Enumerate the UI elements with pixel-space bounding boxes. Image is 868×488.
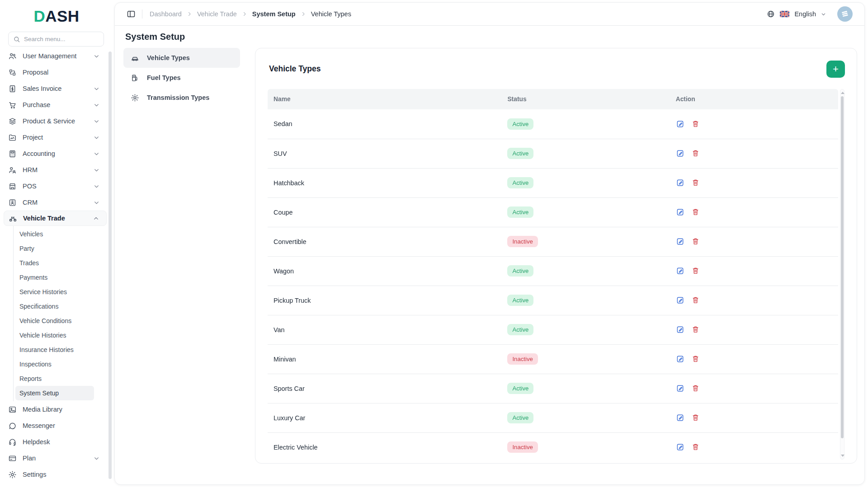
sidebar-subitem-party[interactable]: Party bbox=[15, 241, 94, 256]
topbar-right: English bbox=[767, 6, 853, 22]
sidebar-subitem-system-setup[interactable]: System Setup bbox=[15, 386, 94, 400]
breadcrumb-separator-icon bbox=[301, 11, 306, 17]
breadcrumb-item-dashboard[interactable]: Dashboard bbox=[150, 10, 182, 18]
setup-menu-item-vehicle-types[interactable]: Vehicle Types bbox=[123, 48, 240, 68]
sidebar-item-plan[interactable]: Plan bbox=[0, 450, 110, 466]
sidebar-item-messenger[interactable]: Messenger bbox=[0, 418, 110, 434]
delete-button[interactable] bbox=[692, 443, 699, 451]
delete-button[interactable] bbox=[692, 237, 699, 246]
sidebar-item-media-library[interactable]: Media Library bbox=[0, 401, 110, 418]
delete-button[interactable] bbox=[692, 296, 699, 305]
status-badge: Active bbox=[507, 148, 533, 159]
table-scrollbar[interactable] bbox=[840, 89, 844, 460]
sidebar-item-product-service[interactable]: Product & Service bbox=[0, 113, 110, 129]
sidebar-item-label: User Management bbox=[23, 52, 88, 60]
sidebar-subitem-reports[interactable]: Reports bbox=[15, 371, 94, 386]
table-row-wagon: WagonActive bbox=[268, 256, 838, 286]
search-input[interactable] bbox=[24, 36, 99, 42]
sidebar-item-accounting[interactable]: Accounting bbox=[0, 145, 110, 162]
sidebar-item-hrm[interactable]: HRM bbox=[0, 162, 110, 178]
language-selector[interactable]: English bbox=[794, 10, 816, 18]
sidebar-submenu-vehicle-trade: VehiclesPartyTradesPaymentsService Histo… bbox=[13, 226, 110, 401]
edit-button[interactable] bbox=[676, 120, 684, 128]
breadcrumb-item-system-setup[interactable]: System Setup bbox=[252, 10, 296, 18]
trash-icon bbox=[692, 178, 699, 187]
invoice-icon bbox=[8, 84, 17, 93]
sidebar-subitem-payments[interactable]: Payments bbox=[15, 270, 94, 285]
sidebar-item-project[interactable]: Project bbox=[0, 129, 110, 145]
sidebar-item-sales-invoice[interactable]: Sales Invoice bbox=[0, 80, 110, 97]
chevron-down-icon bbox=[94, 102, 99, 108]
sidebar-subitem-trades[interactable]: Trades bbox=[15, 256, 94, 270]
globe-icon[interactable] bbox=[767, 10, 775, 18]
edit-button[interactable] bbox=[676, 355, 684, 363]
sidebar-item-crm[interactable]: CRM bbox=[0, 194, 110, 211]
sidebar-item-user-management[interactable]: User Management bbox=[0, 48, 110, 64]
delete-button[interactable] bbox=[692, 384, 699, 393]
breadcrumb-separator-icon bbox=[187, 11, 192, 17]
vehicle-type-name: Electric Vehicle bbox=[268, 432, 501, 462]
setup-menu-item-transmission-types[interactable]: Transmission Types bbox=[123, 88, 240, 108]
chevron-down-icon bbox=[94, 200, 99, 206]
setup-menu-item-fuel-types[interactable]: Fuel Types bbox=[123, 68, 240, 88]
edit-button[interactable] bbox=[676, 178, 684, 187]
chevron-down-icon bbox=[94, 183, 99, 189]
setup-menu: Vehicle TypesFuel TypesTransmission Type… bbox=[123, 48, 240, 108]
chevron-down-icon[interactable] bbox=[821, 12, 826, 17]
delete-button[interactable] bbox=[692, 413, 699, 422]
edit-icon bbox=[676, 443, 684, 451]
edit-button[interactable] bbox=[676, 443, 684, 451]
app-logo[interactable]: DASH bbox=[0, 0, 113, 25]
folder-icon bbox=[8, 133, 17, 142]
sidebar-scrollbar[interactable] bbox=[108, 50, 112, 482]
delete-button[interactable] bbox=[692, 325, 699, 334]
edit-button[interactable] bbox=[676, 149, 684, 158]
sidebar-toggle-icon[interactable] bbox=[127, 9, 136, 19]
fuel-icon bbox=[131, 74, 139, 82]
chevron-down-icon bbox=[94, 118, 99, 124]
delete-button[interactable] bbox=[692, 178, 699, 187]
status-badge: Active bbox=[507, 383, 533, 394]
delete-button[interactable] bbox=[692, 120, 699, 128]
delete-button[interactable] bbox=[692, 149, 699, 158]
sidebar-subitem-service-histories[interactable]: Service Histories bbox=[15, 285, 94, 299]
status-badge: Active bbox=[507, 177, 533, 188]
sidebar-subitem-insurance-histories[interactable]: Insurance Histories bbox=[15, 343, 94, 357]
scroll-down-arrow[interactable] bbox=[841, 455, 844, 457]
trash-icon bbox=[692, 237, 699, 246]
delete-button[interactable] bbox=[692, 267, 699, 275]
sidebar-item-helpdesk[interactable]: Helpdesk bbox=[0, 434, 110, 450]
status-badge: Inactive bbox=[507, 441, 538, 453]
sidebar-item-label: Accounting bbox=[23, 150, 88, 157]
edit-button[interactable] bbox=[676, 384, 684, 393]
edit-button[interactable] bbox=[676, 267, 684, 275]
scroll-up-arrow[interactable] bbox=[841, 92, 844, 94]
breadcrumb-item-vehicle-trade[interactable]: Vehicle Trade bbox=[197, 10, 237, 18]
delete-button[interactable] bbox=[692, 208, 699, 216]
delete-button[interactable] bbox=[692, 355, 699, 363]
id-card-icon bbox=[8, 198, 17, 207]
sidebar-item-settings[interactable]: Settings bbox=[0, 466, 110, 483]
edit-icon bbox=[676, 267, 684, 275]
chat-icon bbox=[8, 422, 17, 430]
edit-button[interactable] bbox=[676, 237, 684, 246]
table-row-sedan: SedanActive bbox=[268, 109, 838, 139]
sidebar-subitem-vehicle-histories[interactable]: Vehicle Histories bbox=[15, 328, 94, 343]
scrollbar-thumb[interactable] bbox=[841, 96, 844, 438]
sidebar-subitem-inspections[interactable]: Inspections bbox=[15, 357, 94, 371]
sidebar-item-vehicle-trade[interactable]: Vehicle Trade bbox=[4, 211, 107, 226]
table-row-sports-car: Sports CarActive bbox=[268, 374, 838, 403]
edit-button[interactable] bbox=[676, 325, 684, 334]
sidebar-item-pos[interactable]: POS bbox=[0, 178, 110, 194]
sidebar-item-proposal[interactable]: Proposal bbox=[0, 64, 110, 80]
edit-button[interactable] bbox=[676, 208, 684, 216]
sidebar-subitem-specifications[interactable]: Specifications bbox=[15, 299, 94, 314]
sidebar-subitem-vehicle-conditions[interactable]: Vehicle Conditions bbox=[15, 314, 94, 328]
cart-icon bbox=[8, 101, 17, 109]
edit-button[interactable] bbox=[676, 413, 684, 422]
add-vehicle-type-button[interactable]: + bbox=[826, 61, 845, 78]
sidebar-subitem-vehicles[interactable]: Vehicles bbox=[15, 227, 94, 241]
edit-button[interactable] bbox=[676, 296, 684, 305]
avatar[interactable] bbox=[837, 6, 853, 22]
sidebar-item-purchase[interactable]: Purchase bbox=[0, 97, 110, 113]
